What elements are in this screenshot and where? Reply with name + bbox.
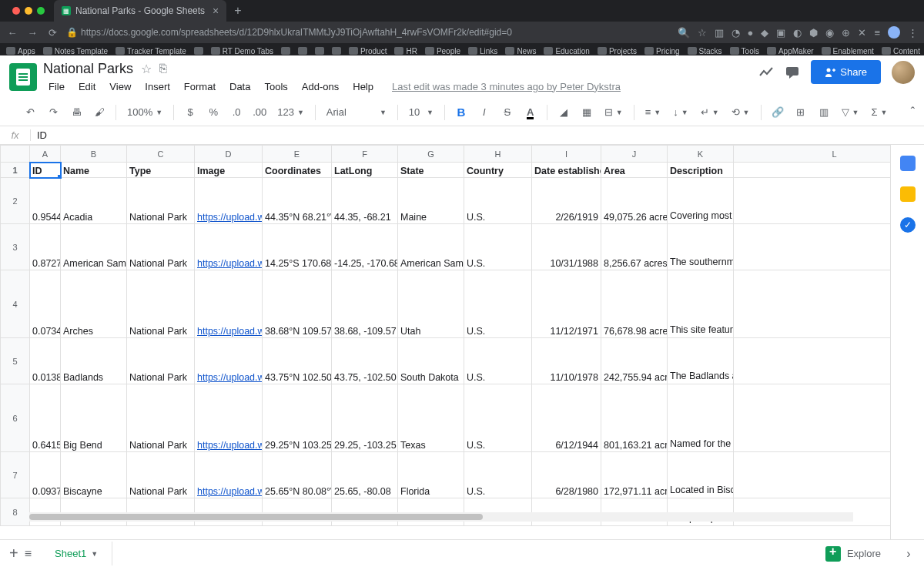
- cell[interactable]: U.S.: [464, 384, 532, 452]
- ext-icon[interactable]: ⬢: [809, 27, 818, 39]
- row-header[interactable]: 7: [1, 452, 30, 498]
- col-header[interactable]: G: [398, 146, 464, 163]
- cell[interactable]: [734, 163, 891, 178]
- cell[interactable]: Florida: [398, 452, 464, 498]
- decrease-decimal-button[interactable]: .0: [226, 102, 246, 122]
- cell[interactable]: 0.9544: [30, 178, 61, 224]
- bookmark-item[interactable]: AppMaker: [767, 47, 814, 55]
- address-bar[interactable]: 🔒https://docs.google.com/spreadsheets/d/…: [66, 27, 670, 38]
- cell[interactable]: The southernmost national park is on thr…: [668, 224, 734, 270]
- cell[interactable]: National Park: [127, 178, 195, 224]
- cell[interactable]: 25.65°N 80.08°W: [263, 452, 332, 498]
- redo-button[interactable]: ↷: [43, 102, 63, 122]
- tasks-icon[interactable]: [900, 217, 916, 233]
- text-color-button[interactable]: A: [521, 102, 541, 122]
- col-header[interactable]: J: [601, 146, 668, 163]
- cell[interactable]: https://upload.wi: [195, 224, 263, 270]
- cell[interactable]: American Samoa: [398, 224, 464, 270]
- cell[interactable]: U.S.: [464, 178, 532, 224]
- cell[interactable]: Country: [464, 163, 532, 178]
- cell[interactable]: The Badlands are a collection of buttes,…: [668, 338, 734, 384]
- cell[interactable]: https://upload.wi: [195, 384, 263, 452]
- menu-data[interactable]: Data: [224, 79, 256, 94]
- cell[interactable]: U.S.: [464, 270, 532, 338]
- bookmark-item[interactable]: Pricing: [644, 47, 680, 55]
- cell[interactable]: Located in Biscayne Bay, this park at th…: [668, 452, 734, 498]
- cell[interactable]: National Park: [127, 224, 195, 270]
- cell[interactable]: U.S.: [464, 338, 532, 384]
- minimize-window-icon[interactable]: [25, 7, 32, 15]
- cell[interactable]: Badlands: [61, 338, 127, 384]
- bookmark-item[interactable]: HR: [394, 47, 417, 55]
- cell[interactable]: 2/26/1919: [532, 178, 601, 224]
- bookmark-item[interactable]: Content: [882, 47, 920, 55]
- reload-button[interactable]: ⟳: [46, 27, 59, 39]
- menu-insert[interactable]: Insert: [139, 79, 176, 94]
- spreadsheet-grid[interactable]: ABCDEFGHIJKLM1IDNameTypeImageCoordinates…: [0, 145, 890, 549]
- col-header[interactable]: K: [668, 146, 734, 163]
- bookmark-item[interactable]: News: [505, 47, 536, 55]
- close-tab-icon[interactable]: ×: [213, 5, 219, 17]
- calendar-icon[interactable]: [900, 156, 916, 171]
- row-header[interactable]: 8: [1, 498, 30, 526]
- cell[interactable]: ID: [30, 163, 61, 178]
- cell[interactable]: Maine: [398, 178, 464, 224]
- comments-icon[interactable]: [785, 65, 800, 80]
- menu-view[interactable]: View: [104, 79, 136, 94]
- show-side-panel-button[interactable]: ›: [893, 547, 924, 561]
- new-tab-button[interactable]: +: [226, 4, 249, 18]
- cell[interactable]: National Park: [127, 270, 195, 338]
- cell[interactable]: [734, 452, 891, 498]
- col-header[interactable]: E: [263, 146, 332, 163]
- bookmark-item[interactable]: RT Demo Tabs: [211, 47, 273, 55]
- col-header[interactable]: D: [195, 146, 263, 163]
- profile-icon[interactable]: [888, 26, 900, 39]
- cell[interactable]: Arches: [61, 270, 127, 338]
- cell[interactable]: [734, 338, 891, 384]
- col-header[interactable]: A: [30, 146, 61, 163]
- cell[interactable]: 43.75°N 102.50°W: [263, 338, 332, 384]
- cell[interactable]: 172,971.11 acres: [601, 452, 668, 498]
- cell[interactable]: https://upload.wi: [195, 178, 263, 224]
- paint-format-button[interactable]: 🖌: [89, 102, 109, 122]
- col-header[interactable]: I: [532, 146, 601, 163]
- bookmark-item[interactable]: [332, 47, 341, 55]
- row-header[interactable]: 5: [1, 338, 30, 384]
- currency-button[interactable]: $: [180, 102, 200, 122]
- cell[interactable]: 0.8727: [30, 224, 61, 270]
- cell[interactable]: 44.35, -68.21: [332, 178, 398, 224]
- star-icon[interactable]: ☆: [141, 62, 152, 76]
- menu-edit[interactable]: Edit: [73, 79, 101, 94]
- star-icon[interactable]: ☆: [698, 27, 707, 39]
- cell[interactable]: National Park: [127, 338, 195, 384]
- cell[interactable]: 10/31/1988: [532, 224, 601, 270]
- bookmark-item[interactable]: Apps: [6, 47, 35, 55]
- link-button[interactable]: 🔗: [768, 102, 788, 122]
- cell[interactable]: 8,256.67 acres (: [601, 224, 668, 270]
- cell[interactable]: 11/12/1971: [532, 270, 601, 338]
- cell[interactable]: Named for the prominent bend in the Rio …: [668, 384, 734, 452]
- cell[interactable]: https://upload.wi: [195, 270, 263, 338]
- valign-button[interactable]: ↓▼: [668, 106, 692, 118]
- cell[interactable]: 0.6415: [30, 384, 61, 452]
- bookmark-item[interactable]: Product: [349, 47, 387, 55]
- cell[interactable]: Coordinates: [263, 163, 332, 178]
- activity-icon[interactable]: [758, 65, 774, 80]
- cell[interactable]: 49,075.26 acres: [601, 178, 668, 224]
- cell[interactable]: Texas: [398, 384, 464, 452]
- cell[interactable]: U.S.: [464, 224, 532, 270]
- cell[interactable]: U.S.: [464, 452, 532, 498]
- cell[interactable]: Description: [668, 163, 734, 178]
- functions-button[interactable]: Σ▼: [866, 106, 892, 118]
- cell[interactable]: Type: [127, 163, 195, 178]
- filter-button[interactable]: ▽▼: [837, 106, 864, 118]
- bold-button[interactable]: B: [451, 102, 471, 122]
- col-header[interactable]: L: [734, 146, 891, 163]
- cell[interactable]: 44.35°N 68.21°W: [263, 178, 332, 224]
- cell[interactable]: 801,163.21 acres: [601, 384, 668, 452]
- bookmark-item[interactable]: [315, 47, 324, 55]
- bookmark-item[interactable]: Projects: [598, 47, 637, 55]
- cell[interactable]: https://upload.wi: [195, 452, 263, 498]
- col-header[interactable]: B: [61, 146, 127, 163]
- merge-button[interactable]: ⊟▼: [600, 106, 628, 118]
